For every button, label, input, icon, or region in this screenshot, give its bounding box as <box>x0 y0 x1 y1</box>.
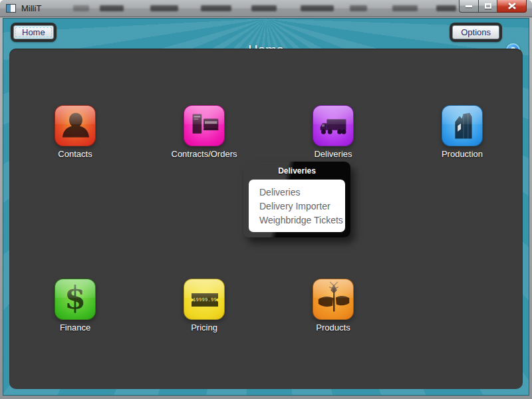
tile-label: Contracts/Orders <box>172 149 237 159</box>
menu-smudge <box>73 5 89 11</box>
documents-icon[interactable] <box>184 105 225 146</box>
popup-item-delivery-importer[interactable]: Delivery Importer <box>259 200 345 213</box>
home-button-surround: Home <box>11 23 57 42</box>
popup-item-weighbridge-tickets[interactable]: Weighbridge Tickets <box>259 213 345 227</box>
deliveries-popup: Deliveries Deliveries Delivery Importer … <box>243 162 350 237</box>
home-button[interactable]: Home <box>13 25 54 39</box>
title-bar[interactable]: MilliT <box>0 0 532 17</box>
tile-label: Contacts <box>58 149 92 159</box>
tile-finance[interactable]: $ Finance <box>29 279 122 332</box>
menu-smudge <box>436 5 456 11</box>
tile-production[interactable]: Production <box>416 105 509 159</box>
tile-contracts-orders[interactable]: Contracts/Orders <box>158 105 251 159</box>
menu-smudge <box>301 5 334 11</box>
minimize-button[interactable] <box>459 0 479 13</box>
popup-item-deliveries[interactable]: Deliveries <box>259 186 345 200</box>
price-tag-icon[interactable]: $9999.99 <box>184 279 225 320</box>
tile-label: Finance <box>60 323 90 332</box>
close-icon <box>508 3 516 9</box>
tile-products[interactable]: Products <box>287 279 380 332</box>
minimize-icon <box>466 5 472 7</box>
window-controls <box>459 0 527 13</box>
tile-label: Pricing <box>191 323 217 332</box>
close-button[interactable] <box>497 0 527 13</box>
app-icon <box>6 4 16 13</box>
tile-label: Production <box>442 149 483 159</box>
tile-deliveries[interactable]: Deliveries <box>287 105 380 159</box>
menu-smudge <box>150 5 178 11</box>
person-icon[interactable] <box>55 105 96 146</box>
dollar-glyph: $ <box>55 279 95 318</box>
price-tag-text: $9999.99 <box>192 293 218 307</box>
tile-label: Deliveries <box>314 149 352 159</box>
popup-title: Deliveries <box>243 162 350 176</box>
window-title: MilliT <box>21 3 41 13</box>
dollar-icon[interactable]: $ <box>55 279 96 320</box>
menu-smudge <box>100 5 124 11</box>
tile-pricing[interactable]: $9999.99 Pricing <box>158 279 251 332</box>
menu-smudge <box>201 5 231 11</box>
menu-smudge <box>251 5 277 11</box>
options-button[interactable]: Options <box>452 25 499 39</box>
menu-smudge <box>392 5 418 11</box>
tile-label: Products <box>316 323 350 332</box>
tile-contacts[interactable]: Contacts <box>29 105 122 159</box>
maximize-button[interactable] <box>479 0 497 13</box>
menu-smudge <box>350 5 367 11</box>
app-window: MilliT Home Home SA_DEBUG Options ? <box>0 0 532 399</box>
truck-icon[interactable] <box>313 105 354 146</box>
wheat-icon[interactable] <box>313 279 354 320</box>
popup-menu: Deliveries Delivery Importer Weighbridge… <box>249 180 345 232</box>
options-button-surround: Options <box>450 23 502 42</box>
building-icon[interactable] <box>442 105 483 146</box>
maximize-icon <box>485 3 491 9</box>
